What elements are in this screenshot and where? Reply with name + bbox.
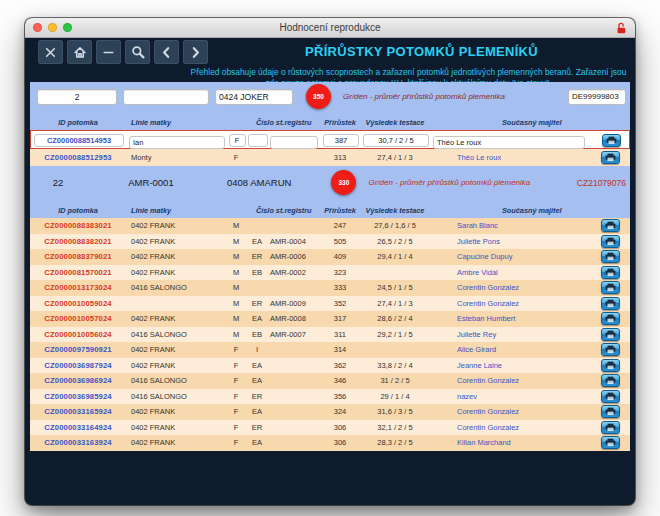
current-owner: Corentin Gonzalez xyxy=(430,407,590,416)
table-row[interactable]: CZ0000036985924 0416 SALONGO F ER 356 29… xyxy=(30,389,630,405)
row-detail-button[interactable] xyxy=(601,151,620,164)
sex-input[interactable] xyxy=(229,134,246,147)
titlebar[interactable]: Hodnocení reprodukce xyxy=(25,18,635,38)
sex-value: M xyxy=(226,330,246,339)
minimize-button[interactable] xyxy=(96,40,121,64)
dam-line: 0402 FRANK xyxy=(126,407,226,416)
row-detail-button[interactable] xyxy=(601,266,620,279)
sex-value: F xyxy=(226,392,246,401)
table-row[interactable]: CZ0000097590921 0402 FRANK F I 314 Alice… xyxy=(30,342,630,358)
state-register-input[interactable] xyxy=(270,136,318,149)
dam-line: 0416 SALONGO xyxy=(126,392,226,401)
offspring-table: 350 Gr/den - průměr přírůstků potomků pl… xyxy=(30,82,630,451)
table-row[interactable]: CZ0000036987924 0402 FRANK F EA 362 33,8… xyxy=(30,358,630,374)
close-button[interactable] xyxy=(38,40,63,64)
row-detail-button[interactable] xyxy=(601,374,620,387)
home-button[interactable] xyxy=(67,40,92,64)
row-detail-button[interactable] xyxy=(602,134,621,147)
current-owner-input[interactable] xyxy=(433,136,585,149)
row-detail-button[interactable] xyxy=(601,390,620,403)
dam-line: Monty xyxy=(126,153,226,162)
current-owner: Esteban Humbert xyxy=(430,314,590,323)
minus-icon xyxy=(102,46,115,59)
column-header-vysledek: Výsledek testace xyxy=(360,118,430,127)
current-owner: Corentin Gonzalez xyxy=(430,423,590,432)
current-owner: nazev xyxy=(430,392,590,401)
table-row[interactable]: CZ0000088379021 0402 FRANK M ER AMR-0006… xyxy=(30,249,630,265)
offspring-id: CZ0000036986924 xyxy=(30,376,126,385)
row-detail-button[interactable] xyxy=(601,359,620,372)
row-detail-button[interactable] xyxy=(601,297,620,310)
test-result: 31,6 / 3 / 5 xyxy=(360,407,430,416)
dam-line: 0402 FRANK xyxy=(126,423,226,432)
test-result: 29 / 1 / 4 xyxy=(360,392,430,401)
status-class: ER xyxy=(246,299,268,308)
table-row[interactable]: CZ0000088383021 0402 FRANK M 247 27,6 / … xyxy=(30,218,630,234)
table-row[interactable]: CZ0000010057024 0402 FRANK M EA AMR-0008… xyxy=(30,311,630,327)
status-class: EB xyxy=(246,330,268,339)
current-owner: Corentin Gonzalez xyxy=(430,299,590,308)
offspring-id: CZ0000013173024 xyxy=(30,283,126,292)
table-row[interactable]: CZ0000033165924 0402 FRANK F EA 324 31,6… xyxy=(30,404,630,420)
table-row[interactable]: CZ0000010056024 0416 SALONGO M EB AMR-00… xyxy=(30,327,630,343)
row-detail-button[interactable] xyxy=(601,328,620,341)
status-class: I xyxy=(246,345,268,354)
dam-line: 0402 FRANK xyxy=(126,252,226,261)
row-detail-button[interactable] xyxy=(601,235,620,248)
column-header-majitel: Současný majitel xyxy=(430,206,590,215)
table-row[interactable]: CZ0000036986924 0416 SALONGO F EA 346 31… xyxy=(30,373,630,389)
sex-value: F xyxy=(226,345,246,354)
row-detail-button[interactable] xyxy=(601,250,620,263)
test-result: 29,2 / 1 / 5 xyxy=(360,330,430,339)
status-input[interactable] xyxy=(248,134,268,147)
current-owner: Jeanne Laine xyxy=(430,361,590,370)
table-row[interactable]: CZ0000033164924 0402 FRANK F ER 306 32,1… xyxy=(30,420,630,436)
daily-gain: 311 xyxy=(320,330,360,339)
row-detail-button[interactable] xyxy=(601,281,620,294)
sire-line-value: AMR-0001 xyxy=(104,177,198,188)
sex-value: M xyxy=(226,237,246,246)
row-detail-button[interactable] xyxy=(601,343,620,356)
offspring-id: CZ0000036987924 xyxy=(30,361,126,370)
row-detail-button[interactable] xyxy=(601,436,620,449)
daily-gain: 323 xyxy=(320,268,360,277)
close-icon xyxy=(44,46,57,59)
table-row[interactable]: CZ0000081570021 0402 FRANK M EB AMR-0002… xyxy=(30,265,630,281)
dam-line: 0402 FRANK xyxy=(126,221,226,230)
search-button[interactable] xyxy=(125,40,150,64)
column-header-registr: Číslo st.registru xyxy=(246,118,320,127)
daily-gain-input[interactable] xyxy=(323,134,359,147)
zoom-traffic-light[interactable] xyxy=(63,23,72,32)
next-button[interactable] xyxy=(183,40,208,64)
sire-registration-input[interactable] xyxy=(568,89,626,105)
current-owner: Corentin Gonzalez xyxy=(430,283,590,292)
close-traffic-light[interactable] xyxy=(33,23,42,32)
table-row[interactable]: CZ0000088512953 Monty F 313 27,4 / 1 / 3… xyxy=(30,149,630,167)
test-result: 24,5 / 1 / 5 xyxy=(360,283,430,292)
table-row[interactable]: CZ0000013173024 0416 SALONGO M 333 24,5 … xyxy=(30,280,630,296)
offspring-id: CZ0000088379021 xyxy=(30,252,126,261)
row-detail-button[interactable] xyxy=(601,405,620,418)
status-class: EB xyxy=(246,268,268,277)
offspring-id-input[interactable] xyxy=(34,134,124,147)
row-detail-button[interactable] xyxy=(601,312,620,325)
table-row[interactable]: CZ0000010059024 M ER AMR-0009 352 27,4 /… xyxy=(30,296,630,312)
row-detail-button[interactable] xyxy=(601,219,620,232)
table-row[interactable]: CZ0000033163924 0402 FRANK F EA 306 28,3… xyxy=(30,435,630,451)
table-row-active[interactable] xyxy=(30,130,630,149)
printer-icon xyxy=(605,237,616,246)
column-header-prirustek: Přírůstek xyxy=(320,206,360,215)
previous-button[interactable] xyxy=(154,40,179,64)
minimize-traffic-light[interactable] xyxy=(48,23,57,32)
status-class: EA xyxy=(246,237,268,246)
sire-name-input[interactable] xyxy=(215,89,293,105)
sire-line-input[interactable] xyxy=(123,89,209,105)
traffic-lights xyxy=(25,23,72,32)
sex-value: M xyxy=(226,314,246,323)
table-row[interactable]: CZ0000088382021 0402 FRANK M EA AMR-0004… xyxy=(30,234,630,250)
offspring-count-input[interactable] xyxy=(37,89,117,105)
dam-line-input[interactable] xyxy=(129,136,225,149)
row-detail-button[interactable] xyxy=(601,421,620,434)
test-result-input[interactable] xyxy=(363,134,429,147)
daily-gain: 247 xyxy=(320,221,360,230)
